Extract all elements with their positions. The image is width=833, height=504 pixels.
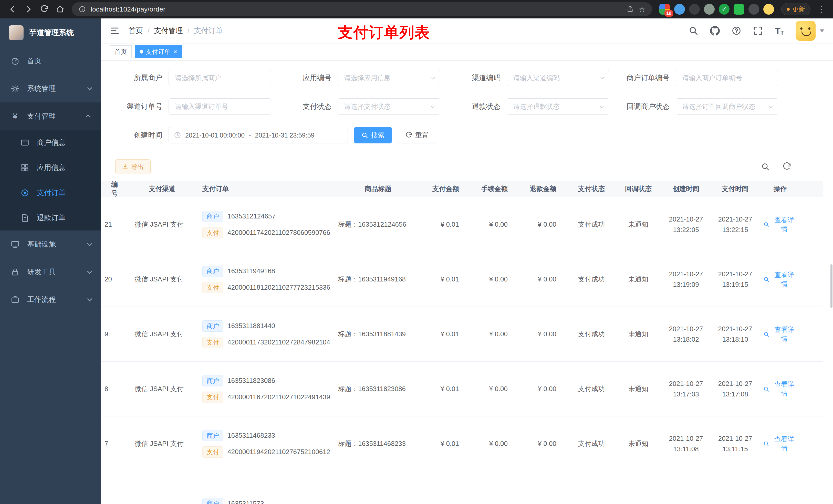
site-info-icon[interactable]: [78, 5, 86, 13]
tab-home[interactable]: 首页: [110, 45, 132, 58]
sidebar-item-workflow[interactable]: 工作流程: [0, 286, 101, 313]
address-bar[interactable]: localhost:1024/pay/order ☆: [72, 2, 652, 16]
merchant-order-no: 1635312124657: [228, 212, 276, 220]
date-end-value: 2021-10-31 23:59:59: [255, 131, 314, 139]
fullscreen-icon[interactable]: [753, 25, 763, 36]
user-avatar[interactable]: [795, 21, 815, 41]
browser-menu-icon[interactable]: ⋮: [815, 4, 827, 14]
dashboard-icon: [10, 56, 20, 66]
pay-status-filter-select[interactable]: 请选择支付状态: [338, 98, 440, 115]
pay-tag: 支付: [203, 337, 223, 348]
col-header-status: 支付状态: [568, 184, 615, 193]
sidebar-item-system[interactable]: 系统管理: [0, 75, 101, 102]
view-detail-link[interactable]: 查看详情: [763, 270, 797, 288]
search-button[interactable]: 搜索: [354, 127, 392, 143]
browser-chrome: localhost:1024/pay/order ☆ 10 ✓ 更新 ⋮: [0, 0, 833, 19]
search-icon[interactable]: [688, 25, 699, 36]
browser-home-button[interactable]: [53, 2, 67, 16]
sidebar-item-pay-order[interactable]: 支付订单: [0, 180, 101, 206]
create-time-range-input[interactable]: 2021-10-01 00:00:00 - 2021-10-31 23:59:5…: [169, 127, 348, 143]
extension-icon[interactable]: [734, 4, 744, 15]
sidebar-item-payment[interactable]: ¥ 支付管理: [0, 102, 101, 130]
chevron-up-icon: [86, 115, 91, 120]
tab-pay-order[interactable]: 支付订单 ×: [135, 45, 182, 58]
sidebar-item-app-info[interactable]: 应用信息: [0, 155, 101, 180]
breadcrumb-separator: /: [147, 27, 149, 35]
profile-avatar-icon[interactable]: [763, 4, 774, 15]
view-detail-link[interactable]: 查看详情: [763, 216, 797, 234]
logo-image: [9, 25, 24, 40]
app-id-filter-select[interactable]: 请选择应用信息: [338, 70, 440, 86]
refresh-table-icon[interactable]: [782, 162, 792, 172]
chevron-down-icon: [87, 85, 92, 90]
col-header-notify: 回调状态: [615, 184, 661, 193]
date-separator: -: [249, 131, 251, 139]
reset-button[interactable]: 重置: [398, 127, 436, 143]
browser-refresh-button[interactable]: [38, 2, 51, 16]
payment-submenu: 商户信息 应用信息 支付订单 退款订单: [0, 130, 101, 231]
merchant-filter-input[interactable]: [169, 70, 271, 86]
bookmark-star-icon[interactable]: ☆: [639, 5, 645, 14]
sidebar: 芋道管理系统 首页 系统管理 ¥ 支付管理 商户信息: [0, 19, 101, 504]
view-detail-link[interactable]: 查看详情: [763, 325, 797, 343]
extension-icon[interactable]: [748, 4, 759, 15]
refund-status-filter-select[interactable]: 请选择退款状态: [507, 98, 609, 115]
sidebar-item-infrastructure[interactable]: 基础设施: [0, 231, 101, 258]
close-icon[interactable]: ×: [173, 48, 177, 55]
sidebar-item-home[interactable]: 首页: [0, 47, 101, 75]
chevron-down-icon: [87, 296, 92, 302]
col-header-channel: 支付渠道: [125, 184, 199, 193]
merchant-tag: 商户: [203, 498, 223, 504]
monitor-icon: [10, 239, 20, 249]
update-dot-icon: [787, 8, 790, 11]
sidebar-toggle-icon[interactable]: [110, 26, 120, 36]
sidebar-item-dev-tools[interactable]: 研发工具: [0, 258, 101, 286]
extension-icon[interactable]: [689, 4, 700, 15]
col-header-title: 商品标题: [335, 184, 422, 193]
chevron-down-icon: [87, 269, 92, 274]
share-icon[interactable]: [626, 5, 634, 13]
font-size-icon[interactable]: TT: [774, 25, 785, 36]
merchant-order-no-filter-input[interactable]: [676, 70, 778, 86]
extension-icon[interactable]: [704, 4, 715, 15]
extension-badge: 10: [664, 10, 673, 17]
extension-icon[interactable]: [674, 4, 685, 15]
refund-status-filter-label: 退款状态: [450, 102, 507, 112]
extension-icon[interactable]: 10: [659, 4, 670, 15]
extension-icon[interactable]: ✓: [719, 4, 730, 15]
navbar-actions: TT: [688, 21, 824, 41]
merchant-filter-label: 所属商户: [112, 73, 169, 83]
github-icon[interactable]: [710, 25, 720, 36]
sidebar-item-refund-order[interactable]: 退款订单: [0, 206, 101, 231]
browser-update-button[interactable]: 更新: [781, 3, 810, 15]
breadcrumb-payment[interactable]: 支付管理: [154, 26, 183, 35]
bullseye-icon: [20, 188, 30, 198]
breadcrumb-home[interactable]: 首页: [128, 26, 143, 35]
help-icon[interactable]: [731, 25, 742, 36]
sidebar-item-merchant-info[interactable]: 商户信息: [0, 130, 101, 155]
scrollbar-thumb[interactable]: [830, 264, 832, 308]
chevron-down-icon: [431, 75, 435, 79]
merchant-order-no: 1635311468233: [228, 432, 275, 439]
active-dot-icon: [140, 50, 143, 53]
channel-order-no: 4200001194202110276752100612: [228, 448, 330, 456]
tabs-bar: 首页 支付订单 ×: [101, 43, 833, 61]
user-menu[interactable]: [795, 21, 824, 41]
pay-tag: 支付: [203, 282, 223, 293]
table-row: 8 微信 JSAPI 支付 商户1635311823086 支付42000011…: [101, 362, 823, 416]
col-header-create-time: 创建时间: [661, 184, 711, 194]
channel-code-filter-select[interactable]: 请输入渠道编码: [507, 70, 609, 86]
col-header-refund: 退款金额: [519, 184, 568, 193]
view-detail-link[interactable]: 查看详情: [763, 380, 797, 398]
breadcrumb: 首页 / 支付管理 / 支付订单: [128, 26, 223, 35]
callback-status-filter-select[interactable]: 请选择订单回调商户状态: [676, 98, 778, 115]
app-id-filter-label: 应用编号: [281, 73, 338, 83]
toggle-search-icon[interactable]: [760, 162, 770, 172]
export-button[interactable]: 导出: [115, 159, 151, 174]
table-row: 商户1635311573: [101, 471, 823, 504]
view-detail-link[interactable]: 查看详情: [763, 435, 797, 453]
browser-back-button[interactable]: [6, 2, 20, 16]
app-logo: 芋道管理系统: [0, 19, 101, 47]
channel-order-no-filter-input[interactable]: [169, 98, 271, 115]
browser-forward-button[interactable]: [22, 2, 35, 16]
